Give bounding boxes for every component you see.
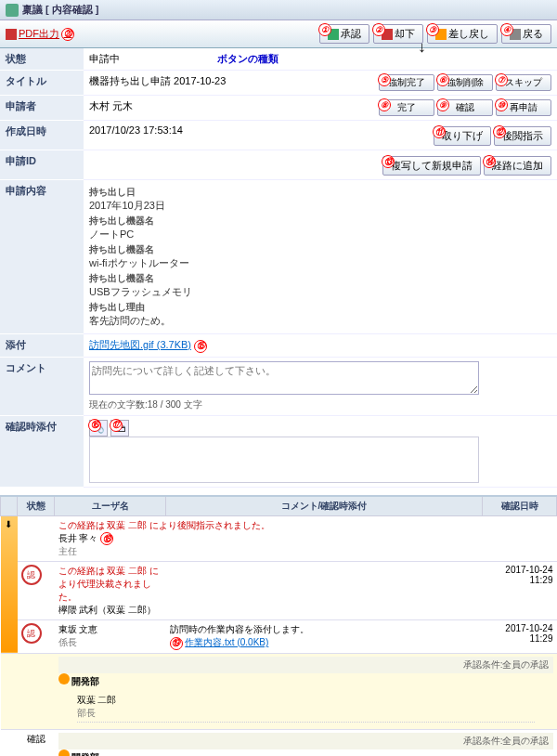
add-route-button[interactable]: ⑭経路に追加 [484,156,551,176]
marker-12: ⑫ [493,125,506,138]
app-icon [6,4,19,17]
marker-2: ② [372,23,385,36]
top-buttons: ↓ ①承認 ②却下 ③差し戻し ④戻る [319,24,551,44]
marker-6: ⑥ [436,73,449,86]
approval-condition: 承認条件:全員の承認 [58,733,553,749]
attach-file-link[interactable]: 訪問先地図.gif (3.7KB) [89,339,191,350]
comment-textarea[interactable] [89,361,479,395]
defer-button[interactable]: ⑫後閲指示 [494,126,551,146]
label-confirm-attach: 確認時添付 [0,415,84,487]
action-grid-row1: ⑤強制完了 ⑥強制削除 ⑦スキップ [379,74,551,91]
route-row: 認 東坂 文恵 係長 訪問時の作業内容を添付します。 ⑲ 作業内容.txt (0… [1,620,557,654]
marker-11: ⑪ [433,125,446,138]
label-title: タイトル [0,71,84,96]
value-created: 2017/10/23 17:53:14 ⑪取り下げ ⑫後閲指示 [84,121,557,150]
marker-10: ⑩ [495,98,508,111]
marker-4: ④ [500,23,513,36]
sendback-button[interactable]: ③差し戻し [427,24,498,44]
value-status: 申請中 ボタンの種類 [84,48,557,71]
marker-18: ⑱ [100,532,113,545]
marker-20: ⑳ [61,28,74,41]
stamp-icon: 認 [21,565,42,585]
approval-condition: 承認条件:全員の承認 [58,657,553,673]
route-row: ⬇ この経路は 双葉 二郎 により後閲指示されました。 長井 寧々 ⑱ 主任 [1,515,557,562]
route-row: 認 この経路は 双葉 二郎 により代理決裁されました。 欅隈 武利（双葉 二郎）… [1,562,557,620]
button-types-label: ボタンの種類 [217,52,278,66]
action-grid-row3: ⑪取り下げ ⑫後閲指示 [434,126,551,146]
pdf-icon [6,29,17,40]
detail-table: 状態 申請中 ボタンの種類 タイトル 機器持ち出し申請 2017-10-23 ⑤… [0,48,557,488]
force-delete-button[interactable]: ⑥強制削除 [437,74,493,91]
value-comment: 現在の文字数:18 / 300 文字 [84,357,557,415]
th-comment: コメント/確認時添付 [166,496,483,516]
marker-15: ⑮ [194,340,207,353]
value-attach: 訪問先地図.gif (3.7KB) ⑮ [84,334,557,358]
marker-7: ⑦ [495,73,508,86]
marker-13: ⑬ [382,155,395,168]
pdf-label: PDF出力 [19,27,59,41]
marker-14: ⑭ [483,155,496,168]
reject-button[interactable]: ②却下 [373,24,423,44]
skip-button[interactable]: ⑦スキップ [496,74,551,91]
route-arrow-icon: ⬇ [1,515,18,653]
reapply-button[interactable]: ⑩再申請 [496,99,551,116]
marker-17: ⑰ [110,419,123,432]
complete-button[interactable]: ⑧完了 [379,99,434,116]
label-comment: コメント [0,357,84,415]
char-count: 現在の文字数:18 / 300 文字 [89,398,551,411]
force-complete-button[interactable]: ⑤強制完了 [379,74,434,91]
route-table: 状態 ユーザ名 コメント/確認時添付 確認日時 ⬇ この経路は 双葉 二郎 によ… [0,495,557,757]
label-attach: 添付 [0,334,84,358]
label-applicant: 申請者 [0,96,84,121]
label-content: 申請内容 [0,180,84,334]
label-status: 状態 [0,48,84,71]
th-status: 状態 [18,496,55,516]
dept-icon [58,749,70,757]
top-toolbar: PDF出力 ⑳ ↓ ①承認 ②却下 ③差し戻し ④戻る [0,20,557,48]
confirm-label: 確認 [18,729,55,756]
value-appid: ⑬複写して新規申請 ⑭経路に追加 [84,150,557,180]
label-created: 作成日時 [0,121,84,150]
pdf-export-link[interactable]: PDF出力 ⑳ [6,27,74,41]
marker-3: ③ [426,23,439,36]
marker-19: ⑲ [170,637,183,650]
back-button[interactable]: ④戻る [501,24,551,44]
attach-area [89,437,479,483]
window-header: 稟議 [ 内容確認 ] [0,0,557,20]
value-confirm-attach: ⑯📎 ⑰🗃 [84,415,557,487]
marker-1: ① [318,23,331,36]
marker-5: ⑤ [378,73,391,86]
value-content: 持ち出し日 2017年10月23日 持ち出し機器名 ノートPC 持ち出し機器名 … [84,180,557,334]
copy-new-button[interactable]: ⑬複写して新規申請 [382,156,481,176]
route-file-link[interactable]: 作業内容.txt (0.0KB) [185,637,268,647]
stamp-icon: 認 [21,623,42,644]
confirm-button[interactable]: ⑨確認 [437,99,493,116]
approve-button[interactable]: ①承認 [319,24,369,44]
marker-16: ⑯ [88,419,101,432]
action-grid-row4: ⑬複写して新規申請 ⑭経路に追加 [382,156,551,176]
route-dept-confirm: 確認 承認条件:全員の承認 開発部 双葉 二郎部長 東坂 文恵係長 長井 寧々主… [1,729,557,756]
window-title: 稟議 [ 内容確認 ] [22,3,99,17]
marker-8: ⑧ [378,98,391,111]
attach-db-button[interactable]: ⑰🗃 [110,420,129,437]
th-user: ユーザ名 [55,496,166,516]
withdraw-button[interactable]: ⑪取り下げ [434,126,491,146]
th-datetime: 確認日時 [483,496,557,516]
action-grid-row2: ⑧完了 ⑨確認 ⑩再申請 [379,99,551,116]
value-applicant: 木村 元木 ⑧完了 ⑨確認 ⑩再申請 [84,96,557,121]
attach-add-button[interactable]: ⑯📎 [89,420,108,437]
marker-9: ⑨ [436,98,449,111]
value-title: 機器持ち出し申請 2017-10-23 ⑤強制完了 ⑥強制削除 ⑦スキップ [84,71,557,96]
route-dept-current: 承認条件:全員の承認 開発部 双葉 二郎部長 [1,653,557,729]
label-appid: 申請ID [0,150,84,180]
dept-icon [58,673,70,684]
